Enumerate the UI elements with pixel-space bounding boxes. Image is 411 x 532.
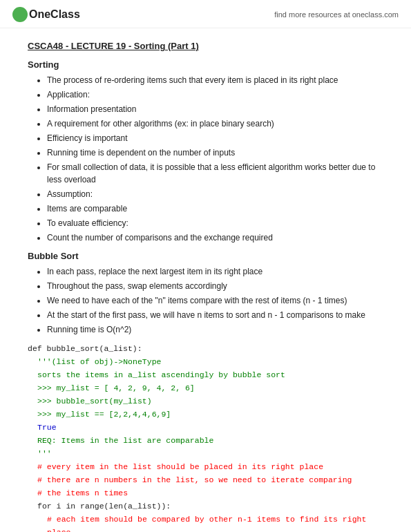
code-comment-1: # every item in the list should be place…: [28, 461, 383, 474]
list-item: At the start of the first pass, we will …: [47, 309, 383, 321]
code-true: True: [28, 421, 383, 435]
code-docstring-end: ''': [28, 448, 383, 461]
code-comment-4: # each item should be compared by other …: [28, 513, 383, 532]
code-def-line: def bubble_sort(a_list):: [28, 344, 142, 353]
code-docstring-5: >>> my_list == [2,2,4,4,6,9]: [28, 408, 383, 421]
list-item: Application:: [47, 88, 383, 101]
list-item: In each pass, replace the next largest i…: [47, 265, 383, 278]
list-item: A requirement for other algorithms (ex: …: [47, 117, 383, 130]
sorting-title: Sorting: [28, 59, 383, 70]
logo-circle-icon: [12, 7, 28, 22]
logo-text: OneClass: [29, 8, 80, 21]
page-title: CSCA48 - LECTURE 19 - Sorting (Part 1): [28, 41, 383, 51]
list-item: Throughout the pass, swap elements accor…: [47, 280, 383, 292]
list-item: Running time is dependent on the number …: [47, 146, 383, 159]
code-docstring-1: '''(list of obj)->NoneType: [28, 356, 383, 369]
code-req: REQ: Items in the list are comparable: [28, 435, 383, 448]
code-for-line: for i in range(len(a_list)):: [28, 500, 383, 513]
code-docstring-2: sorts the items in a_list ascendingly by…: [28, 369, 383, 382]
list-item: Efficiency is important: [47, 132, 383, 144]
code-docstring-4: >>> bubble_sort(my_list): [28, 395, 383, 408]
sorting-list: The process of re-ordering items such th…: [28, 74, 383, 244]
code-docstring-3: >>> my_list = [ 4, 2, 9, 4, 2, 6]: [28, 382, 383, 395]
main-content: CSCA48 - LECTURE 19 - Sorting (Part 1) S…: [0, 28, 411, 532]
list-item: Count the number of comparisons and the …: [47, 231, 383, 244]
list-item: We need to have each of the "n" items co…: [47, 294, 383, 307]
header: OneClass find more resources at oneclass…: [0, 0, 411, 28]
list-item: Running time is O(n^2): [47, 323, 383, 336]
list-item: The process of re-ordering items such th…: [47, 74, 383, 86]
logo: OneClass: [12, 7, 80, 22]
bubble-sort-title: Bubble Sort: [28, 251, 383, 261]
list-item: Information presentation: [47, 103, 383, 115]
list-item: For small collection of data, it is poss…: [47, 161, 383, 186]
code-block: def bubble_sort(a_list): '''(list of obj…: [28, 343, 383, 532]
code-comment-3: # the items n times: [28, 487, 383, 500]
header-link: find more resources at oneclass.com: [274, 10, 399, 19]
code-comment-2: # there are n numbers in the list, so we…: [28, 474, 383, 487]
list-item: To evaluate efficiency:: [47, 217, 383, 229]
list-item: Items are comparable: [47, 202, 383, 215]
list-item: Assumption:: [47, 188, 383, 200]
bubble-sort-list: In each pass, replace the next largest i…: [28, 265, 383, 336]
